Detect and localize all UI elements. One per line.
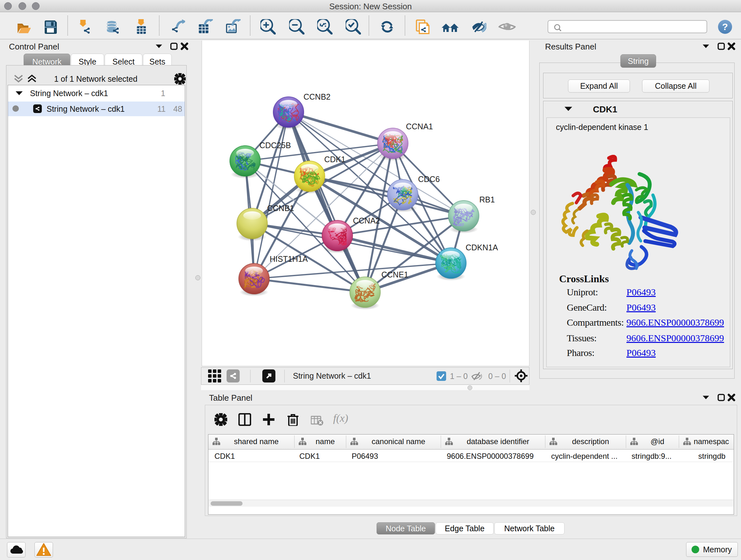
svg-text:CCNB2: CCNB2 — [304, 92, 331, 101]
svg-text:CCNA1: CCNA1 — [406, 122, 433, 131]
svg-text:CCNE1: CCNE1 — [381, 270, 408, 279]
svg-text:RB1: RB1 — [479, 195, 495, 204]
svg-text:CDK1: CDK1 — [324, 155, 346, 164]
svg-text:HIST1H1A: HIST1H1A — [270, 254, 308, 263]
svg-text:CDKN1A: CDKN1A — [466, 243, 498, 252]
svg-text:CCNA2: CCNA2 — [353, 216, 380, 225]
svg-text:CDC25B: CDC25B — [259, 141, 291, 150]
svg-text:CDC6: CDC6 — [418, 175, 440, 184]
svg-text:CCNB1: CCNB1 — [267, 204, 294, 212]
